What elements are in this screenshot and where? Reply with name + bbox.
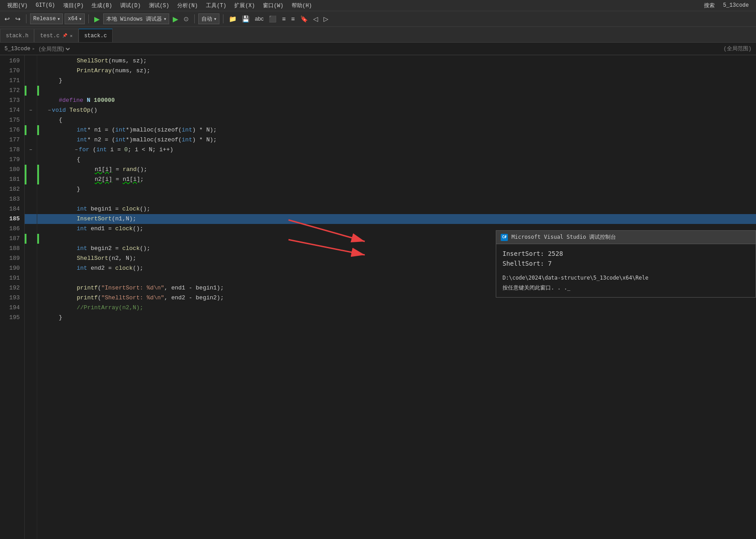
line-num-193: 193 (4, 293, 20, 303)
separator-3 (194, 14, 195, 23)
menu-search[interactable]: 搜索 (700, 1, 718, 10)
undo-button[interactable]: ↩ (3, 14, 12, 23)
line-num-184: 184 (4, 204, 20, 214)
gutter-178[interactable]: − (25, 145, 37, 155)
nav-forward-button[interactable]: ▷ (322, 14, 330, 23)
code-line-176: int* n1 = (int*)malloc(sizeof(int) * N); (37, 125, 756, 135)
collapse-174-icon[interactable]: − (29, 108, 32, 113)
menu-analyze[interactable]: 分析(N) (174, 1, 201, 10)
line-num-187: 187 (4, 234, 20, 244)
redo-button[interactable]: ↪ (13, 14, 22, 23)
collapse-174-inline[interactable]: − (48, 105, 51, 115)
align-button[interactable]: ≡ (289, 14, 297, 23)
save-button[interactable]: 💾 (240, 14, 251, 23)
menu-git[interactable]: GIT(G) (32, 1, 59, 9)
close-test-c-icon[interactable]: ✕ (70, 33, 73, 39)
gutter-172 (25, 86, 37, 96)
line-num-175: 175 (4, 115, 20, 125)
debugger-dropdown[interactable]: 本地 Windows 调试器 ▼ (103, 13, 170, 24)
open-folder-button[interactable]: 📁 (227, 14, 238, 23)
nav-back-button[interactable]: ◁ (311, 14, 320, 23)
line-num-190: 190 (4, 263, 20, 273)
breadcrumb-sep: ▸ (32, 45, 35, 52)
line-num-179: 179 (4, 155, 20, 165)
tab-stack-c[interactable]: stack.c (79, 29, 113, 42)
gutter-179 (25, 155, 37, 165)
gutter-183 (25, 194, 37, 204)
indent-button[interactable]: ≡ (280, 14, 287, 23)
code-line-185: InsertSort(n1,N); (37, 214, 756, 224)
menu-bar: 视图(V) GIT(G) 项目(P) 生成(B) 调试(D) 测试(S) 分析(… (0, 0, 756, 11)
code-line-180: n1[i] = rand(); (37, 165, 756, 175)
console-line-2: ShelltSort: 7 (503, 259, 749, 268)
line-num-182: 182 (4, 184, 20, 194)
pause-button[interactable]: ⊙ (182, 14, 191, 23)
line-num-195: 195 (4, 313, 20, 323)
line-num-169: 169 (4, 56, 20, 66)
console-line-3: D:\code\2024\data-structure\5_13code\x64… (503, 273, 749, 283)
auto-dropdown[interactable]: 自动 ▼ (198, 13, 219, 24)
console-line-4: 按任意键关闭此窗口. . ._ (503, 283, 749, 293)
separator-4 (223, 14, 223, 23)
console-line-1: InsertSort: 2528 (503, 249, 749, 259)
debug-console: C# Microsoft Visual Studio 调试控制台 InsertS… (496, 230, 756, 298)
menu-window[interactable]: 窗口(W) (259, 1, 287, 10)
release-dropdown[interactable]: Release ▼ (30, 13, 63, 24)
auto-label: 自动 (201, 15, 212, 23)
menu-tools[interactable]: 工具(T) (202, 1, 230, 10)
vs-icon-text: C# (502, 235, 507, 239)
tab-bar: stack.h test.c 📌 ✕ stack.c (0, 27, 756, 43)
tab-test-c-label: test.c (40, 33, 59, 39)
menu-help[interactable]: 帮助(H) (288, 1, 316, 10)
tab-stack-h-label: stack.h (6, 33, 28, 39)
code-line-169: ShellSort(nums, sz); (37, 56, 756, 66)
code-line-178: −for (int i = 0; i < N; i++) (37, 145, 756, 155)
code-line-194: //PrintArray(n2,N); (37, 303, 756, 313)
code-line-183 (37, 194, 756, 204)
menu-view[interactable]: 视图(V) (4, 1, 31, 10)
tab-stack-h[interactable]: stack.h (0, 29, 34, 42)
gutter-170 (25, 66, 37, 76)
toolbar: ↩ ↪ Release ▼ x64 ▼ ▶ 本地 Windows 调试器 ▼ ▶… (0, 11, 756, 27)
debugger-arrow-icon: ▼ (164, 17, 166, 21)
line-num-177: 177 (4, 135, 20, 145)
menu-debug[interactable]: 调试(D) (117, 1, 144, 10)
code-line-179: { (37, 155, 756, 165)
line-num-178: 178 (4, 145, 20, 155)
gutter-174[interactable]: − (25, 105, 37, 115)
collapse-178-icon[interactable]: − (29, 147, 32, 153)
code-line-177: int* n2 = (int*)malloc(sizeof(int) * N); (37, 135, 756, 145)
tab-test-c[interactable]: test.c 📌 ✕ (34, 29, 78, 42)
gutter-187 (25, 234, 37, 244)
line-num-189: 189 (4, 254, 20, 263)
gutter-190 (25, 263, 37, 273)
gutter-191 (25, 273, 37, 283)
menu-test[interactable]: 测试(S) (145, 1, 173, 10)
gutter-194 (25, 303, 37, 313)
gutter-195 (25, 313, 37, 323)
debug-console-content: InsertSort: 2528 ShelltSort: 7 D:\code\2… (496, 244, 756, 297)
scope-dropdown[interactable]: (全局范围) (37, 45, 71, 53)
auto-arrow-icon: ▼ (214, 17, 216, 21)
line-num-186: 186 (4, 224, 20, 234)
collapse-178-inline[interactable]: − (75, 145, 78, 155)
format-button[interactable]: ⬛ (267, 14, 278, 23)
platform-dropdown[interactable]: x64 ▼ (65, 13, 84, 24)
line-numbers: 169 170 171 172 173 174 175 176 177 178 … (0, 55, 25, 539)
line-num-181: 181 (4, 175, 20, 184)
release-arrow-icon: ▼ (57, 17, 60, 21)
play-button[interactable]: ▶ (92, 15, 101, 23)
debug-console-title-text: Microsoft Visual Studio 调试控制台 (511, 233, 616, 241)
line-num-188: 188 (4, 244, 20, 254)
code-line-175: { (37, 115, 756, 125)
bookmark-button[interactable]: 🔖 (298, 14, 310, 23)
menu-build[interactable]: 生成(B) (88, 1, 116, 10)
menu-project[interactable]: 项目(P) (60, 1, 87, 10)
gutter-192 (25, 283, 37, 293)
line-num-174: 174 (4, 105, 20, 115)
start-without-debug-button[interactable]: ▶ (171, 15, 180, 23)
find-button[interactable]: abc (253, 15, 265, 23)
gutter-181 (25, 175, 37, 184)
menu-extensions[interactable]: 扩展(X) (231, 1, 258, 10)
gutter-169 (25, 56, 37, 66)
